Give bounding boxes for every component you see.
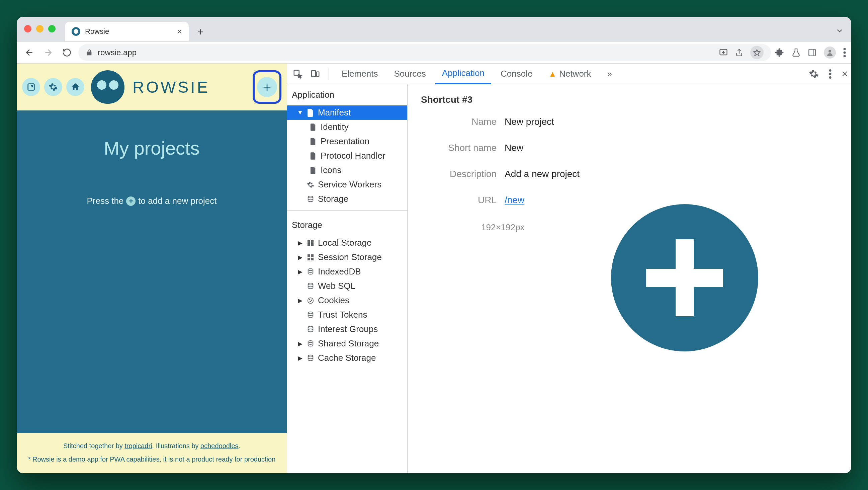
labs-button[interactable] [792,48,800,57]
forward-button[interactable] [41,45,56,60]
settings-button[interactable] [44,78,62,96]
sidebar-item-storage[interactable]: Storage [287,192,407,206]
footer-link-illustrator[interactable]: ochedoodles [200,442,238,450]
devtools-menu-button[interactable] [829,69,832,79]
sidebar-item-identity[interactable]: Identity [287,120,407,134]
devtools-settings-button[interactable] [809,69,819,79]
home-button[interactable] [66,78,84,96]
sidebar-item-icons[interactable]: Icons [287,163,407,177]
projects-title: My projects [104,137,199,159]
tab-application[interactable]: Application [435,64,491,84]
chevron-right-icon: ▶ [297,297,303,304]
browser-window: Rowsie × ＋ rowsie.app [17,17,851,473]
sidebar-item-local-storage[interactable]: ▶ Local Storage [287,236,407,250]
svg-point-5 [844,48,846,50]
tab-search-button[interactable] [835,26,844,35]
devtools-body: Application ▼ Manifest Identity [287,84,851,473]
tab-console[interactable]: Console [494,64,539,84]
back-button[interactable] [22,45,37,60]
projects-hint: Press the + to add a new project [87,196,217,206]
sidebar-item-shared-storage[interactable]: ▶ Shared Storage [287,336,407,351]
sidebar-item-session-storage[interactable]: ▶ Session Storage [287,250,407,265]
profile-button[interactable] [824,47,836,59]
database-icon [307,268,314,275]
svg-point-33 [308,355,313,357]
export-button[interactable] [22,78,40,96]
svg-rect-23 [311,258,313,261]
value-description: Add a new project [505,169,580,179]
sidebar-item-presentation[interactable]: Presentation [287,134,407,149]
address-bar: rowsie.app [17,41,851,64]
svg-point-7 [844,55,846,57]
sidebar-item-cache-storage[interactable]: ▶ Cache Storage [287,351,407,365]
label-shortname: Short name [421,143,505,153]
footer-disclaimer: * Rowsie is a demo app for PWA capabilit… [20,453,283,466]
close-tab-button[interactable]: × [177,26,182,37]
tab-more[interactable]: » [601,64,619,84]
footer-link-author[interactable]: tropicadri [124,442,152,450]
projects-body: My projects Press the + to add a new pro… [17,111,287,433]
shortcut-title: Shortcut #3 [421,94,838,105]
tab-title: Rowsie [85,27,172,36]
svg-point-26 [308,298,313,303]
tab-sources[interactable]: Sources [387,64,432,84]
tab-network[interactable]: ▲ Network [542,64,598,84]
reload-button[interactable] [60,45,74,60]
device-toggle-button[interactable] [308,69,322,79]
grid-icon [307,240,314,246]
value-url-link[interactable]: /new [505,195,524,205]
file-icon [309,152,317,160]
chevron-right-icon: ▶ [297,355,303,362]
sidebar-item-indexeddb[interactable]: ▶ IndexedDB [287,265,407,279]
add-project-highlight: ＋ [253,70,281,104]
svg-point-6 [844,51,846,54]
reading-list-button[interactable] [808,48,816,57]
inspect-element-button[interactable] [290,69,305,79]
footer-text-3: . [239,442,241,450]
share-button[interactable] [735,48,744,57]
browser-menu-button[interactable] [843,48,846,57]
add-project-button[interactable]: ＋ [257,77,277,97]
omnibox[interactable]: rowsie.app [78,44,771,61]
database-icon [307,326,314,333]
svg-rect-19 [311,243,313,246]
sidebar-item-cookies[interactable]: ▶ Cookies [287,293,407,308]
chevron-down-icon: ▼ [297,109,303,116]
window-controls [24,25,56,32]
bookmark-button[interactable] [750,46,764,59]
svg-marker-1 [754,49,760,55]
svg-point-25 [308,283,313,285]
svg-point-30 [308,312,313,314]
svg-rect-17 [311,240,313,243]
sidebar-item-web-sql[interactable]: Web SQL [287,279,407,293]
shortcut-icon-preview [611,204,758,351]
svg-point-29 [310,301,311,302]
extensions-button[interactable] [775,48,784,57]
svg-point-12 [829,69,832,72]
sidebar-item-manifest[interactable]: ▼ Manifest [287,105,407,120]
sidebar-item-trust-tokens[interactable]: Trust Tokens [287,308,407,322]
devtools-sidebar: Application ▼ Manifest Identity [287,84,408,473]
plus-icon: + [126,196,135,206]
database-icon [307,311,314,318]
window-close[interactable] [24,25,31,32]
devtools-close-button[interactable]: × [842,68,848,80]
window-zoom[interactable] [48,25,56,32]
browser-tab[interactable]: Rowsie × [65,22,189,41]
svg-point-13 [829,73,832,75]
file-icon [309,167,317,174]
window-minimize[interactable] [36,25,43,32]
footer-text-1: Stitched together by [63,442,124,450]
sidebar-item-service-workers[interactable]: Service Workers [287,177,407,192]
sidebar-item-interest-groups[interactable]: Interest Groups [287,322,407,336]
new-tab-button[interactable]: ＋ [192,23,209,40]
section-application: Application [287,84,407,105]
app-header: ROWSIE ＋ [17,64,287,111]
tab-elements[interactable]: Elements [335,64,384,84]
sidebar-item-protocol-handler[interactable]: Protocol Handler [287,149,407,163]
chevron-right-icon: ▶ [297,239,303,247]
rowsie-app: ROWSIE ＋ My projects Press the + to add … [17,64,287,473]
install-button[interactable] [719,48,728,57]
file-icon [307,109,314,117]
label-url: URL [421,195,505,206]
